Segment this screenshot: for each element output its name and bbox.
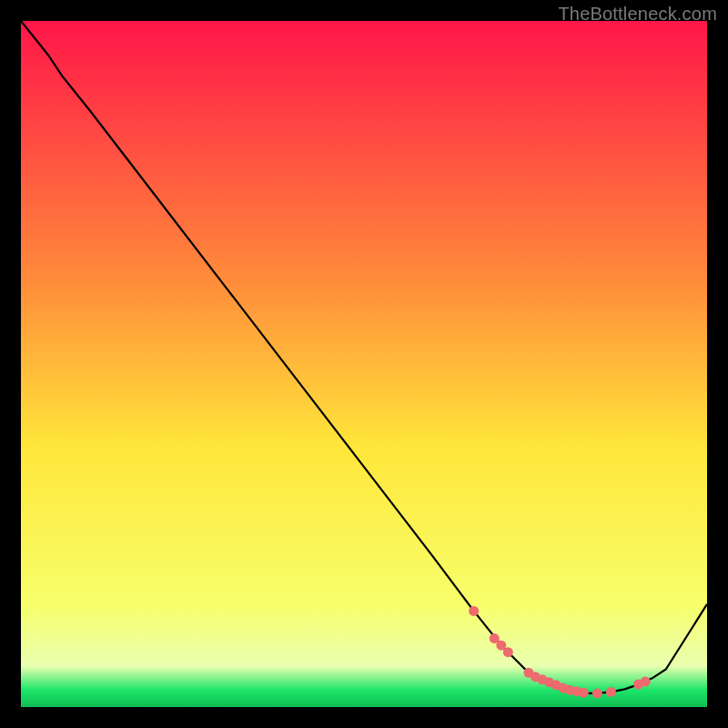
marker-point	[606, 687, 616, 697]
marker-point	[469, 606, 479, 616]
marker-point	[503, 647, 513, 657]
plot-area	[21, 21, 707, 707]
chart-frame: TheBottleneck.com	[0, 0, 728, 728]
marker-point	[592, 688, 602, 698]
gradient-background	[21, 21, 707, 707]
bottleneck-chart	[21, 21, 707, 707]
marker-point	[641, 677, 651, 687]
marker-point	[579, 688, 589, 698]
